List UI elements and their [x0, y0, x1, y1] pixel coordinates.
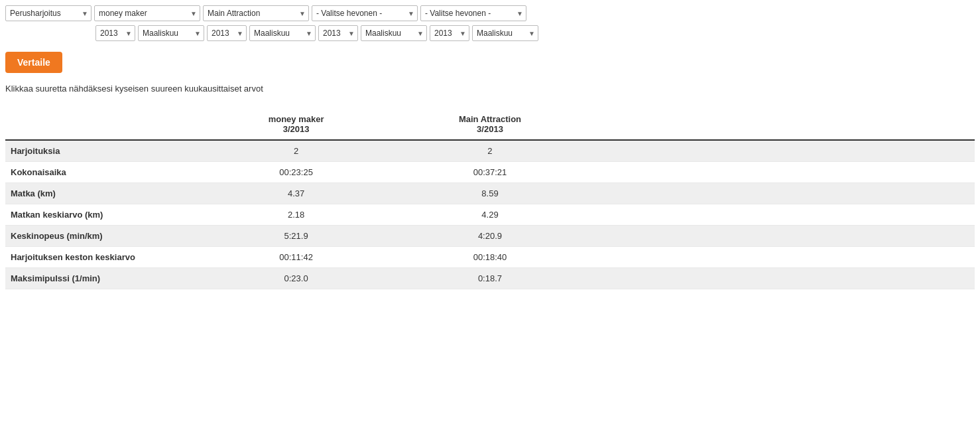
table-col1-header: money maker 3/2013 [199, 111, 393, 140]
info-text: Klikkaa suuretta nähdäksesi kyseisen suu… [5, 84, 975, 94]
row-label: Maksimipulssi (1/min) [5, 268, 199, 289]
table-col3-header [587, 111, 780, 140]
type-select-wrapper: Perusharjoitus ▼ [5, 5, 92, 21]
table-row[interactable]: Matkan keskiarvo (km)2.184.29 [5, 204, 975, 226]
compare-button[interactable]: Vertaile [5, 52, 62, 73]
row-val4 [781, 204, 975, 226]
table-row[interactable]: Keskinopeus (min/km)5:21.94:20.9 [5, 226, 975, 247]
row-val3 [587, 226, 780, 247]
horse3-select[interactable]: - Valitse hevonen - [312, 5, 418, 21]
row-val4 [781, 247, 975, 268]
row-val3 [587, 268, 780, 289]
horse4-select[interactable]: - Valitse hevonen - [420, 5, 526, 21]
month1-select[interactable]: Maaliskuu [138, 25, 204, 41]
month3-select-wrapper: Maaliskuu ▼ [361, 25, 427, 41]
month2-select[interactable]: Maaliskuu [249, 25, 316, 41]
row-val2: 00:37:21 [393, 162, 587, 183]
row-val4 [781, 226, 975, 247]
row-val3 [587, 140, 780, 162]
month3-select[interactable]: Maaliskuu [361, 25, 427, 41]
row-val3 [587, 183, 780, 204]
horse2-select-wrapper: Main Attraction ▼ [203, 5, 309, 21]
row-val4 [781, 183, 975, 204]
month4-select[interactable]: Maaliskuu [472, 25, 538, 41]
row-val1: 2.18 [199, 204, 393, 226]
row-val3 [587, 162, 780, 183]
horse1-select-wrapper: money maker ▼ [94, 5, 200, 21]
month4-select-wrapper: Maaliskuu ▼ [472, 25, 538, 41]
year3-select-wrapper: 2013 ▼ [318, 25, 358, 41]
row-val1: 00:23:25 [199, 162, 393, 183]
month1-select-wrapper: Maaliskuu ▼ [138, 25, 204, 41]
horse2-select[interactable]: Main Attraction [203, 5, 309, 21]
year2-select[interactable]: 2013 [207, 25, 247, 41]
year4-select[interactable]: 2013 [430, 25, 469, 41]
table-col2-header: Main Attraction 3/2013 [393, 111, 587, 140]
table-row[interactable]: Harjoituksia22 [5, 140, 975, 162]
horse1-select[interactable]: money maker [94, 5, 200, 21]
table-col4-header [781, 111, 975, 140]
horse3-select-wrapper: - Valitse hevonen - ▼ [312, 5, 418, 21]
row-val1: 00:11:42 [199, 247, 393, 268]
row-val4 [781, 162, 975, 183]
row-val2: 8.59 [393, 183, 587, 204]
row-val1: 0:23.0 [199, 268, 393, 289]
row-label: Keskinopeus (min/km) [5, 226, 199, 247]
row-val1: 5:21.9 [199, 226, 393, 247]
year3-select[interactable]: 2013 [318, 25, 358, 41]
year1-select-wrapper: 2013 ▼ [95, 25, 135, 41]
year1-select[interactable]: 2013 [95, 25, 135, 41]
row-val2: 2 [393, 140, 587, 162]
row-val3 [587, 247, 780, 268]
row-label: Harjoituksen keston keskiarvo [5, 247, 199, 268]
table-row[interactable]: Maksimipulssi (1/min)0:23.00:18.7 [5, 268, 975, 289]
horse4-select-wrapper: - Valitse hevonen - ▼ [420, 5, 526, 21]
row-val4 [781, 140, 975, 162]
row-val2: 4:20.9 [393, 226, 587, 247]
row-val3 [587, 204, 780, 226]
table-row[interactable]: Kokonaisaika00:23:2500:37:21 [5, 162, 975, 183]
row-val2: 4.29 [393, 204, 587, 226]
table-row[interactable]: Matka (km)4.378.59 [5, 183, 975, 204]
row-val1: 4.37 [199, 183, 393, 204]
table-row[interactable]: Harjoituksen keston keskiarvo00:11:4200:… [5, 247, 975, 268]
row-val4 [781, 268, 975, 289]
year2-select-wrapper: 2013 ▼ [207, 25, 247, 41]
year4-select-wrapper: 2013 ▼ [430, 25, 469, 41]
comparison-table: money maker 3/2013 Main Attraction 3/201… [5, 111, 975, 289]
row-label: Kokonaisaika [5, 162, 199, 183]
row-label: Matkan keskiarvo (km) [5, 204, 199, 226]
type-select[interactable]: Perusharjoitus [5, 5, 92, 21]
row-label: Harjoituksia [5, 140, 199, 162]
row-val2: 00:18:40 [393, 247, 587, 268]
table-label-header [5, 111, 199, 140]
row-label: Matka (km) [5, 183, 199, 204]
month2-select-wrapper: Maaliskuu ▼ [249, 25, 316, 41]
top-controls-row1: Perusharjoitus ▼ money maker ▼ Main Attr… [5, 5, 975, 21]
row-val1: 2 [199, 140, 393, 162]
row-val2: 0:18.7 [393, 268, 587, 289]
